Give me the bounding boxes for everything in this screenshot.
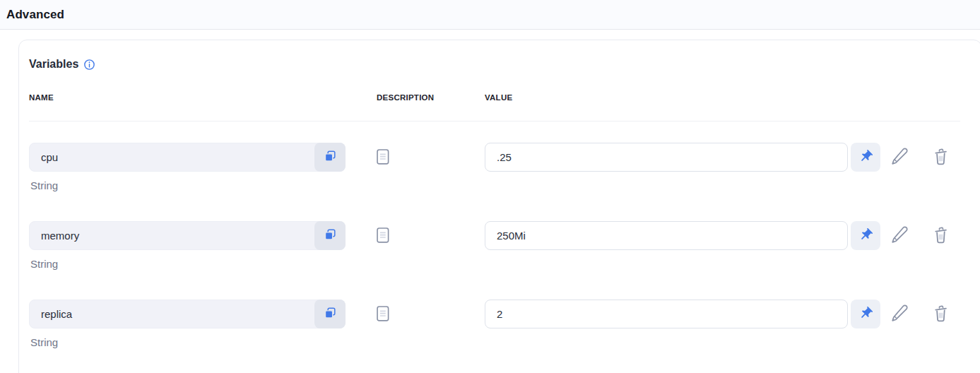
pin-button[interactable] (851, 300, 880, 328)
pin-icon (858, 227, 873, 244)
copy-button[interactable] (314, 221, 346, 250)
variable-row: String (29, 221, 960, 270)
pin-icon (858, 149, 873, 166)
name-cell: String (29, 300, 377, 348)
description-button[interactable] (377, 306, 389, 324)
column-header-name: NAME (29, 93, 377, 102)
info-icon[interactable] (83, 59, 95, 71)
page-header: Advanced (0, 0, 980, 30)
row-actions (890, 300, 950, 328)
value-cell (485, 300, 880, 328)
column-headers: NAME DESCRIPTION VALUE (29, 93, 960, 102)
name-cell: String (29, 221, 377, 270)
description-button[interactable] (377, 149, 389, 167)
description-cell (377, 143, 485, 167)
name-input[interactable] (29, 143, 346, 172)
pencil-icon (890, 147, 909, 167)
trash-icon (931, 225, 950, 247)
variable-type-label: String (29, 179, 377, 191)
edit-button[interactable] (890, 148, 909, 167)
name-input-group (29, 143, 346, 172)
name-input[interactable] (29, 221, 346, 250)
value-input[interactable] (485, 143, 848, 172)
copy-icon (323, 306, 338, 323)
pin-icon (858, 306, 873, 323)
edit-button[interactable] (890, 226, 909, 246)
value-cell (485, 143, 880, 172)
header-divider (29, 121, 960, 122)
description-button[interactable] (377, 227, 389, 245)
pencil-icon (890, 225, 909, 246)
copy-icon (323, 149, 338, 166)
row-actions (890, 221, 950, 250)
column-header-value: VALUE (485, 93, 960, 102)
variables-title-row: Variables (29, 58, 960, 71)
row-actions (890, 143, 950, 172)
name-cell: String (29, 143, 377, 191)
description-cell (377, 221, 485, 246)
trash-icon (931, 147, 950, 168)
variable-type-label: String (29, 336, 377, 348)
name-input[interactable] (29, 300, 346, 328)
pencil-icon (890, 304, 909, 324)
note-icon (377, 149, 389, 167)
variable-rows: String (29, 143, 960, 348)
variable-type-label: String (29, 258, 377, 270)
name-input-group (29, 300, 346, 328)
column-header-description: DESCRIPTION (377, 93, 485, 102)
variable-row: String (29, 143, 960, 191)
note-icon (377, 306, 389, 324)
copy-button[interactable] (314, 143, 346, 172)
description-cell (377, 300, 485, 324)
delete-button[interactable] (931, 304, 950, 324)
variables-title: Variables (29, 58, 78, 71)
note-icon (377, 227, 389, 245)
value-input[interactable] (485, 221, 848, 250)
delete-button[interactable] (931, 226, 950, 246)
delete-button[interactable] (931, 148, 950, 167)
variable-row: String (29, 300, 960, 348)
page-title: Advanced (6, 8, 64, 22)
value-input[interactable] (485, 300, 848, 328)
copy-button[interactable] (314, 300, 346, 328)
name-input-group (29, 221, 346, 250)
trash-icon (931, 304, 950, 325)
copy-icon (323, 227, 338, 244)
variables-panel: Variables NAME DESCRIPTION VALUE (18, 40, 980, 373)
edit-button[interactable] (890, 304, 909, 324)
value-cell (485, 221, 880, 250)
pin-button[interactable] (851, 143, 880, 172)
pin-button[interactable] (851, 221, 880, 250)
